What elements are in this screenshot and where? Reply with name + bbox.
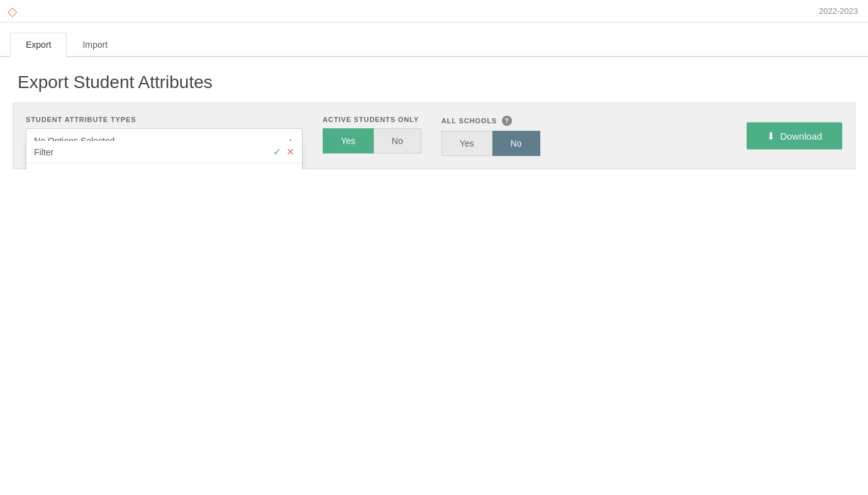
filter-confirm-icon[interactable]: ✓ <box>273 146 281 158</box>
filters-row: STUDENT ATTRIBUTE TYPES No Options Selec… <box>26 116 842 156</box>
all-schools-toggle: Yes No <box>442 131 540 156</box>
tab-export[interactable]: Export <box>10 33 67 57</box>
active-students-toggle: Yes No <box>323 128 421 153</box>
download-icon: ⬇ <box>767 130 775 142</box>
student-attribute-types-wrapper: STUDENT ATTRIBUTE TYPES No Options Selec… <box>26 116 303 153</box>
all-schools-label: ALL SCHOOLS ? <box>442 116 540 126</box>
download-button[interactable]: ⬇ Download <box>747 123 842 150</box>
filter-row: Filter ✓ ✕ <box>26 141 302 164</box>
active-students-label: ACTIVE STUDENTS ONLY <box>323 116 421 123</box>
filter-label: Filter <box>34 147 273 157</box>
app-logo: ◇ <box>8 4 17 19</box>
active-students-yes-button[interactable]: Yes <box>323 128 374 153</box>
all-schools-help-icon[interactable]: ? <box>502 116 512 126</box>
download-label: Download <box>780 131 822 142</box>
top-bar: ◇ 2022-2023 <box>0 0 868 23</box>
dropdown-items-list: Cumulative GPA [cumu_gpa] IEP Status [ie… <box>26 164 302 169</box>
page-title: Export Student Attributes <box>0 57 868 103</box>
attribute-types-dropdown-menu: Filter ✓ ✕ Cumulative GPA [cumu_gpa] IEP… <box>26 141 303 169</box>
tab-import[interactable]: Import <box>67 33 123 57</box>
all-schools-no-button[interactable]: No <box>492 131 540 156</box>
active-students-no-button[interactable]: No <box>374 128 421 153</box>
list-item[interactable]: Cumulative GPA [cumu_gpa] <box>26 164 302 169</box>
student-attribute-types-label: STUDENT ATTRIBUTE TYPES <box>26 116 303 123</box>
tabs-bar: Export Import <box>0 33 868 57</box>
filter-clear-icon[interactable]: ✕ <box>286 146 294 158</box>
active-students-only-wrapper: ACTIVE STUDENTS ONLY Yes No <box>323 116 421 153</box>
all-schools-wrapper: ALL SCHOOLS ? Yes No <box>442 116 540 156</box>
school-year: 2022-2023 <box>819 6 858 16</box>
all-schools-yes-button[interactable]: Yes <box>442 131 492 156</box>
main-panel: STUDENT ATTRIBUTE TYPES No Options Selec… <box>13 103 855 169</box>
